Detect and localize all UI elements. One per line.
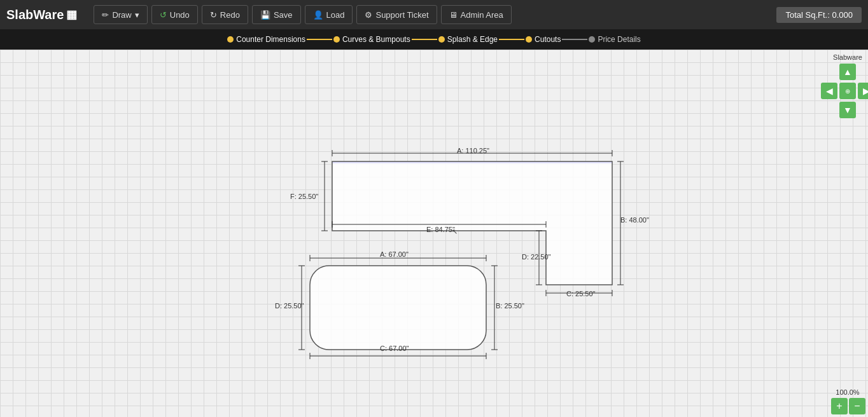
- support-icon: ⚙: [365, 10, 372, 20]
- dim-label-E-step: E: 84.75": [426, 226, 455, 233]
- bc-line-4: [562, 39, 587, 40]
- bc-dot-1: [227, 36, 234, 43]
- dim-label-island-A: A: 67.00": [380, 250, 409, 258]
- right-panel: Slabware ▲ ◀ ⊕ ▶ ▼: [827, 50, 868, 417]
- bc-dot-4: [526, 36, 532, 43]
- total-sqft-badge: Total Sq.Ft.: 0.000: [776, 7, 862, 23]
- canvas-area[interactable]: ↖ A: 110.25" B: 48.00" C: 25.50" D: 22.5…: [0, 50, 868, 417]
- pan-down-button[interactable]: ▼: [839, 102, 856, 118]
- redo-button[interactable]: ↻ Redo: [202, 5, 248, 24]
- drawing-svg: ↖: [0, 50, 868, 417]
- logo-icon: ▦: [66, 8, 77, 22]
- dim-label-island-C: C: 67.00": [380, 345, 409, 352]
- undo-icon: ↺: [160, 10, 167, 20]
- bc-line-1: [307, 39, 332, 40]
- dim-label-F-left: F: 25.50": [290, 193, 318, 200]
- bc-step-counter-dimensions[interactable]: Counter Dimensions: [227, 35, 305, 44]
- zoom-area: 100.0% + −: [827, 386, 868, 417]
- lower-island-shape[interactable]: [310, 266, 486, 350]
- pan-center-button[interactable]: ⊕: [839, 83, 856, 99]
- bc-line-3: [499, 39, 524, 40]
- zoom-buttons: + −: [831, 398, 865, 414]
- dim-label-island-D: D: 25.50": [275, 302, 304, 310]
- zoom-level-label: 100.0%: [836, 388, 859, 396]
- admin-button[interactable]: 🖥 Admin Area: [441, 5, 512, 24]
- logo-text: SlabWare: [6, 8, 64, 22]
- load-icon: 👤: [313, 10, 323, 20]
- zoom-in-button[interactable]: +: [831, 398, 848, 414]
- dim-label-B-right: B: 48.00": [620, 216, 649, 224]
- zoom-out-button[interactable]: −: [849, 398, 865, 414]
- bc-label-5: Price Details: [598, 35, 640, 44]
- bc-label-1: Counter Dimensions: [236, 35, 305, 44]
- bc-step-price-details[interactable]: Price Details: [589, 35, 640, 44]
- breadcrumb-bar: Counter Dimensions Curves & Bumpouts Spl…: [0, 29, 868, 50]
- app-logo: SlabWare ▦: [6, 8, 77, 22]
- load-button[interactable]: 👤 Load: [305, 5, 353, 24]
- undo-button[interactable]: ↺ Undo: [151, 5, 198, 24]
- dim-label-D-notch: D: 22.50": [522, 253, 551, 261]
- pan-left-button[interactable]: ◀: [821, 83, 837, 99]
- bc-label-3: Splash & Edge: [447, 35, 498, 44]
- draw-button[interactable]: ✏ Draw ▾: [94, 5, 147, 24]
- bc-line-2: [412, 39, 437, 40]
- bc-dot-2: [333, 36, 340, 43]
- pencil-icon: ✏: [102, 10, 109, 20]
- dim-label-A-top: A: 110.25": [457, 147, 489, 154]
- pan-right-button[interactable]: ▶: [858, 83, 868, 99]
- pan-horizontal-row: ◀ ⊕ ▶: [821, 83, 868, 99]
- redo-icon: ↻: [210, 10, 217, 20]
- bc-label-2: Curves & Bumpouts: [342, 35, 410, 44]
- bc-step-curves[interactable]: Curves & Bumpouts: [333, 35, 410, 44]
- dim-label-island-B: B: 25.50": [496, 302, 524, 310]
- admin-icon: 🖥: [449, 10, 458, 20]
- panel-label: Slabware: [833, 53, 862, 61]
- bc-step-cutouts[interactable]: Cutouts: [526, 35, 561, 44]
- bc-dot-3: [438, 36, 445, 43]
- save-icon: 💾: [260, 10, 270, 20]
- bc-step-splash[interactable]: Splash & Edge: [438, 35, 498, 44]
- bc-dot-5: [589, 36, 595, 43]
- dim-label-C-right: C: 25.50": [566, 290, 596, 297]
- navbar: SlabWare ▦ ✏ Draw ▾ ↺ Undo ↻ Redo 💾 Save…: [0, 0, 868, 29]
- pan-up-button[interactable]: ▲: [839, 64, 856, 80]
- draw-caret-icon: ▾: [135, 10, 139, 20]
- support-button[interactable]: ⚙ Support Ticket: [356, 5, 437, 24]
- save-button[interactable]: 💾 Save: [252, 5, 301, 24]
- bc-label-4: Cutouts: [535, 35, 561, 44]
